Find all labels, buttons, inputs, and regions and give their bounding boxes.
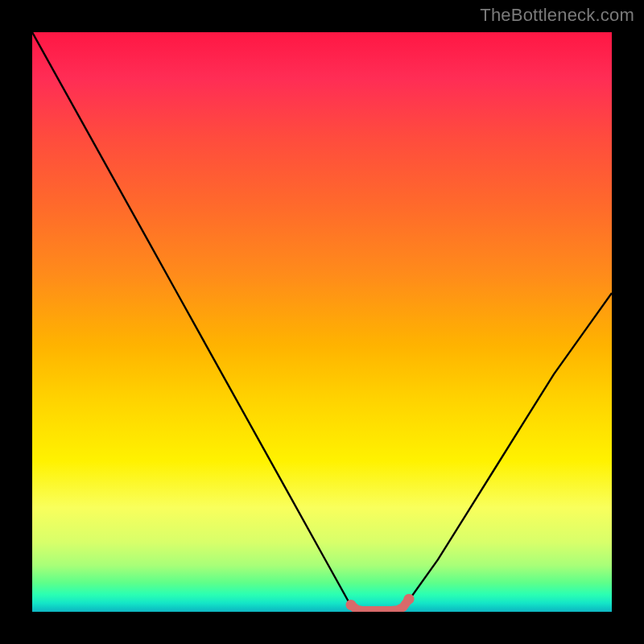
optimal-band-start-dot <box>346 600 357 610</box>
watermark-text: TheBottleneck.com <box>480 5 634 26</box>
bottleneck-curve <box>32 32 612 612</box>
plot-area <box>32 32 612 612</box>
chart-svg <box>32 32 612 612</box>
chart-frame: TheBottleneck.com <box>0 0 644 644</box>
optimal-band-marker <box>351 599 409 610</box>
optimal-band-end-dot <box>404 594 415 605</box>
